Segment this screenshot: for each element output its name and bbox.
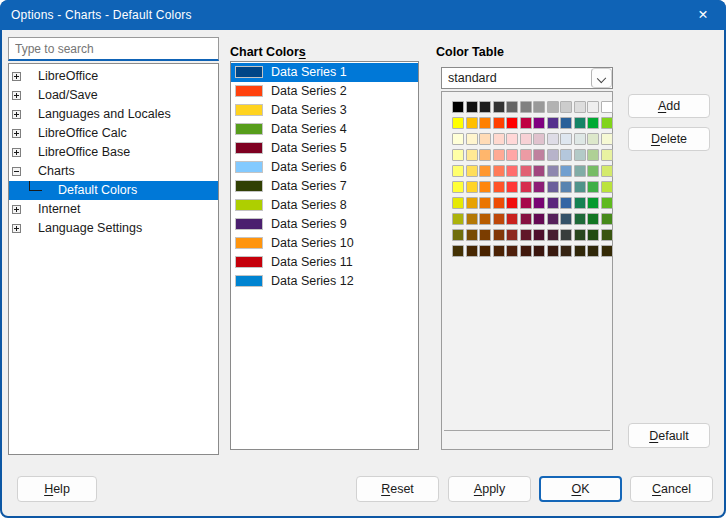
palette-color-cell[interactable]: [493, 229, 505, 241]
palette-color-cell[interactable]: [560, 181, 572, 193]
palette-color-cell[interactable]: [479, 117, 491, 129]
palette-color-cell[interactable]: [506, 197, 518, 209]
palette-color-cell[interactable]: [601, 213, 613, 225]
palette-color-cell[interactable]: [601, 149, 613, 161]
sidebar-item-language-settings[interactable]: Language Settings: [9, 219, 218, 238]
palette-color-cell[interactable]: [452, 245, 464, 257]
list-item-data-series-10[interactable]: Data Series 10: [231, 234, 418, 253]
palette-color-cell[interactable]: [574, 133, 586, 145]
add-button[interactable]: Add: [628, 94, 710, 118]
palette-color-cell[interactable]: [452, 197, 464, 209]
palette-color-cell[interactable]: [574, 229, 586, 241]
palette-color-cell[interactable]: [493, 133, 505, 145]
expand-icon[interactable]: [12, 205, 21, 214]
expand-icon[interactable]: [12, 110, 21, 119]
palette-color-cell[interactable]: [533, 133, 545, 145]
palette-color-cell[interactable]: [533, 229, 545, 241]
default-button[interactable]: Default: [628, 423, 710, 448]
palette-color-cell[interactable]: [547, 165, 559, 177]
palette-color-cell[interactable]: [601, 181, 613, 193]
palette-color-cell[interactable]: [560, 133, 572, 145]
palette-color-cell[interactable]: [574, 197, 586, 209]
palette-color-cell[interactable]: [506, 101, 518, 113]
palette-color-cell[interactable]: [493, 165, 505, 177]
palette-color-cell[interactable]: [493, 101, 505, 113]
titlebar[interactable]: Options - Charts - Default Colors ✕: [0, 0, 726, 30]
palette-color-cell[interactable]: [466, 133, 478, 145]
palette-color-cell[interactable]: [547, 149, 559, 161]
palette-color-cell[interactable]: [479, 197, 491, 209]
palette-color-cell[interactable]: [560, 117, 572, 129]
palette-color-cell[interactable]: [506, 149, 518, 161]
palette-color-cell[interactable]: [520, 181, 532, 193]
sidebar-item-languages-and-locales[interactable]: Languages and Locales: [9, 105, 218, 124]
palette-color-cell[interactable]: [452, 229, 464, 241]
palette-color-cell[interactable]: [520, 165, 532, 177]
palette-color-cell[interactable]: [587, 149, 599, 161]
palette-color-cell[interactable]: [479, 229, 491, 241]
palette-color-cell[interactable]: [547, 213, 559, 225]
palette-color-cell[interactable]: [506, 229, 518, 241]
palette-color-cell[interactable]: [466, 117, 478, 129]
palette-color-cell[interactable]: [601, 117, 613, 129]
palette-color-cell[interactable]: [533, 117, 545, 129]
cancel-button[interactable]: Cancel: [630, 476, 713, 502]
palette-color-cell[interactable]: [533, 181, 545, 193]
close-icon[interactable]: ✕: [688, 0, 718, 30]
list-item-data-series-11[interactable]: Data Series 11: [231, 253, 418, 272]
palette-color-cell[interactable]: [520, 245, 532, 257]
palette-color-cell[interactable]: [547, 245, 559, 257]
palette-color-cell[interactable]: [506, 165, 518, 177]
expand-icon[interactable]: [12, 224, 21, 233]
palette-color-cell[interactable]: [560, 245, 572, 257]
palette-color-cell[interactable]: [560, 101, 572, 113]
palette-color-cell[interactable]: [601, 197, 613, 209]
collapse-icon[interactable]: [12, 167, 21, 176]
palette-color-cell[interactable]: [560, 197, 572, 209]
palette-color-cell[interactable]: [587, 133, 599, 145]
palette-color-cell[interactable]: [479, 149, 491, 161]
color-table-grid[interactable]: [441, 91, 613, 450]
palette-color-cell[interactable]: [466, 181, 478, 193]
palette-color-cell[interactable]: [479, 245, 491, 257]
palette-color-cell[interactable]: [574, 149, 586, 161]
sidebar-item-charts[interactable]: Charts: [9, 162, 218, 181]
list-item-data-series-4[interactable]: Data Series 4: [231, 120, 418, 139]
palette-color-cell[interactable]: [533, 101, 545, 113]
palette-color-cell[interactable]: [533, 165, 545, 177]
expand-icon[interactable]: [12, 129, 21, 138]
palette-color-cell[interactable]: [574, 213, 586, 225]
palette-color-cell[interactable]: [520, 229, 532, 241]
reset-button[interactable]: Reset: [356, 476, 439, 502]
palette-color-cell[interactable]: [452, 117, 464, 129]
palette-color-cell[interactable]: [533, 213, 545, 225]
expand-icon[interactable]: [12, 72, 21, 81]
palette-color-cell[interactable]: [479, 213, 491, 225]
palette-color-cell[interactable]: [452, 213, 464, 225]
palette-color-cell[interactable]: [452, 181, 464, 193]
search-input[interactable]: [8, 37, 219, 61]
palette-color-cell[interactable]: [520, 197, 532, 209]
palette-color-cell[interactable]: [574, 117, 586, 129]
sidebar-item-internet[interactable]: Internet: [9, 200, 218, 219]
list-item-data-series-7[interactable]: Data Series 7: [231, 177, 418, 196]
palette-color-cell[interactable]: [560, 229, 572, 241]
palette-color-cell[interactable]: [547, 133, 559, 145]
palette-color-cell[interactable]: [587, 165, 599, 177]
palette-color-cell[interactable]: [547, 117, 559, 129]
expand-icon[interactable]: [12, 148, 21, 157]
palette-color-cell[interactable]: [466, 245, 478, 257]
sidebar-item-default-colors[interactable]: Default Colors: [9, 181, 218, 200]
help-button[interactable]: Help: [17, 476, 97, 502]
palette-color-cell[interactable]: [601, 245, 613, 257]
expand-icon[interactable]: [12, 91, 21, 100]
palette-color-cell[interactable]: [587, 181, 599, 193]
palette-color-cell[interactable]: [452, 133, 464, 145]
list-item-data-series-9[interactable]: Data Series 9: [231, 215, 418, 234]
palette-color-cell[interactable]: [493, 213, 505, 225]
palette-color-cell[interactable]: [479, 133, 491, 145]
palette-dropdown-button[interactable]: [591, 68, 612, 88]
palette-color-cell[interactable]: [520, 133, 532, 145]
palette-color-cell[interactable]: [506, 245, 518, 257]
list-item-data-series-2[interactable]: Data Series 2: [231, 82, 418, 101]
